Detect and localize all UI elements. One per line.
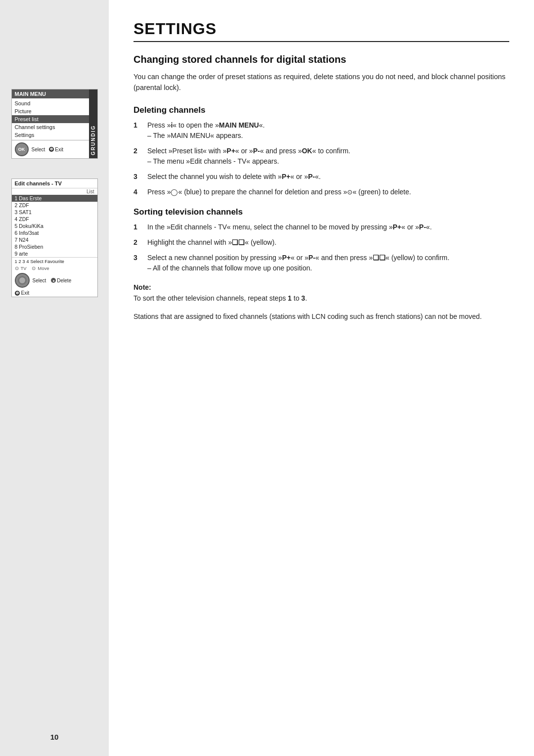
edit-exit: ❶ Exit <box>12 289 97 297</box>
edit-list-header: List <box>12 188 97 195</box>
delete-dot: ● <box>51 278 56 283</box>
sort-step-2: 2 Highlight the channel with »❑❑« (yello… <box>134 237 509 248</box>
delete-step-4: 4 Press »◯« (blue) to prepare the channe… <box>134 187 509 197</box>
deleting-title: Deleting channels <box>134 105 509 115</box>
menu-item-sound: Sound <box>12 99 89 107</box>
menu-item-settings: Settings <box>12 131 89 139</box>
exit-dot-2: ❶ <box>15 291 20 296</box>
channel-item-9: 9 arte <box>12 250 97 257</box>
main-menu-items: Sound Picture Preset list Channel settin… <box>12 98 97 140</box>
delete-step-2: 2 Select »Preset list« with »P+« or »P-«… <box>134 146 509 167</box>
edit-box-title: Edit channels - TV <box>12 179 97 188</box>
footer-labels: Select ❶ Exit <box>32 147 63 152</box>
channel-item-4: 4 ZDF <box>12 216 97 222</box>
sorting-steps: 1 In the »Edit channels - TV« menu, sele… <box>134 222 509 273</box>
edit-channels-box: Edit channels - TV List 1 Das Erste 2 ZD… <box>11 178 98 297</box>
delete-step-1: 1 Press »i« to open the »MAIN MENU«. – T… <box>134 120 509 141</box>
channel-item-1: 1 Das Erste <box>12 195 97 202</box>
sort-step-3: 3 Select a new channel position by press… <box>134 253 509 273</box>
menu-item-preset-list: Preset list <box>12 115 89 123</box>
intro-text: You can change the order of preset stati… <box>134 71 509 93</box>
main-content: SETTINGS Changing stored channels for di… <box>109 0 534 756</box>
sidebar: GRUNDIG MAIN MENU Sound Picture Preset l… <box>0 0 109 756</box>
channel-item-3: 3 SAT1 <box>12 209 97 216</box>
note-block: Note: To sort the other television chann… <box>134 283 509 304</box>
main-menu-title: MAIN MENU <box>12 89 97 98</box>
menu-item-picture: Picture <box>12 107 89 115</box>
channel-item-7: 7 N24 <box>12 236 97 243</box>
main-menu-footer: OK Select ❶ Exit <box>12 140 97 158</box>
section-title: Changing stored channels for digital sta… <box>134 54 509 65</box>
menu-item-channel-settings: Channel settings <box>12 123 89 131</box>
ok-area: OK <box>15 142 29 156</box>
channel-item-5: 5 Doku/KiKa <box>12 222 97 229</box>
note-label: Note: <box>134 283 509 291</box>
channel-item-6: 6 Info/3sat <box>12 229 97 236</box>
channel-item-8: 8 ProSieben <box>12 243 97 250</box>
edit-footer-tv-move: ⊙TV ⊙Move <box>12 265 97 271</box>
sort-step-1: 1 In the »Edit channels - TV« menu, sele… <box>134 222 509 232</box>
main-menu-box: GRUNDIG MAIN MENU Sound Picture Preset l… <box>11 89 98 159</box>
note-text: To sort the other television channels, r… <box>134 293 509 304</box>
delete-step-3: 3 Select the channel you wish to delete … <box>134 172 509 182</box>
page-number: 10 <box>0 733 109 741</box>
page-title: SETTINGS <box>134 20 509 42</box>
deleting-steps: 1 Press »i« to open the »MAIN MENU«. – T… <box>134 120 509 197</box>
exit-dot: ❶ <box>49 147 54 152</box>
edit-footer-nav: Select ● Delete <box>12 271 97 289</box>
exit-label: ❶ Exit <box>49 147 63 152</box>
brand-label: GRUNDIG <box>89 89 97 158</box>
ok-button[interactable]: OK <box>15 142 29 156</box>
stations-note: Stations that are assigned to fixed chan… <box>134 311 509 322</box>
channel-item-2: 2 ZDF <box>12 202 97 209</box>
select-delete-labels: Select ● Delete <box>33 278 72 283</box>
nav-button[interactable] <box>15 273 30 288</box>
edit-footer-buttons: 1 2 3 4 Select Favourite <box>12 257 97 265</box>
sorting-title: Sorting television channels <box>134 207 509 217</box>
